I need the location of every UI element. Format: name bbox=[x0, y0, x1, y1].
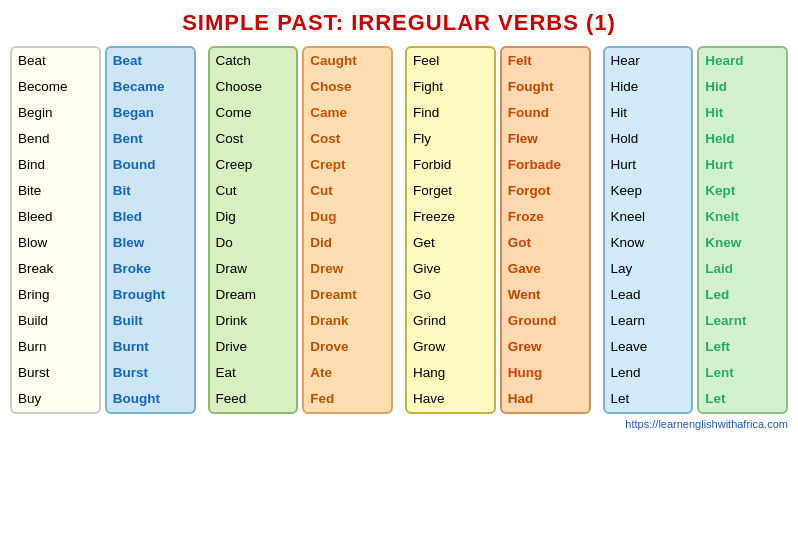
cell-base1-11: Burn bbox=[12, 334, 99, 360]
cell-base3-12: Hang bbox=[407, 360, 494, 386]
cell-past2-10: Drank bbox=[304, 308, 391, 334]
cell-base3-4: Forbid bbox=[407, 152, 494, 178]
cell-past2-3: Cost bbox=[304, 126, 391, 152]
cell-base1-6: Bleed bbox=[12, 204, 99, 230]
cell-base4-8: Lay bbox=[605, 256, 692, 282]
cell-past3-0: Felt bbox=[502, 48, 589, 74]
cell-past3-9: Went bbox=[502, 282, 589, 308]
cell-base1-13: Buy bbox=[12, 386, 99, 412]
cell-base4-4: Hurt bbox=[605, 152, 692, 178]
cell-base4-9: Lead bbox=[605, 282, 692, 308]
cell-base1-2: Begin bbox=[12, 100, 99, 126]
cell-past4-10: Learnt bbox=[699, 308, 786, 334]
cell-base2-10: Drink bbox=[210, 308, 297, 334]
cell-past1-4: Bound bbox=[107, 152, 194, 178]
cell-base2-6: Dig bbox=[210, 204, 297, 230]
cell-base4-6: Kneel bbox=[605, 204, 692, 230]
cell-past3-4: Forbade bbox=[502, 152, 589, 178]
cell-past4-6: Knelt bbox=[699, 204, 786, 230]
cell-base1-4: Bind bbox=[12, 152, 99, 178]
cell-base1-9: Bring bbox=[12, 282, 99, 308]
cell-past3-13: Had bbox=[502, 386, 589, 412]
cell-base2-0: Catch bbox=[210, 48, 297, 74]
cell-past4-4: Hurt bbox=[699, 152, 786, 178]
cell-past4-11: Left bbox=[699, 334, 786, 360]
cell-past2-2: Came bbox=[304, 100, 391, 126]
column-past2: CaughtChoseCameCostCreptCutDugDidDrewDre… bbox=[302, 46, 393, 414]
cell-base3-1: Fight bbox=[407, 74, 494, 100]
cell-past1-1: Became bbox=[107, 74, 194, 100]
cell-past2-8: Drew bbox=[304, 256, 391, 282]
cell-base1-3: Bend bbox=[12, 126, 99, 152]
cell-base2-7: Do bbox=[210, 230, 297, 256]
cell-past4-3: Held bbox=[699, 126, 786, 152]
cell-base4-11: Leave bbox=[605, 334, 692, 360]
cell-past2-0: Caught bbox=[304, 48, 391, 74]
cell-past1-9: Brought bbox=[107, 282, 194, 308]
cell-past1-12: Burst bbox=[107, 360, 194, 386]
cell-base2-8: Draw bbox=[210, 256, 297, 282]
cell-past1-5: Bit bbox=[107, 178, 194, 204]
cell-past1-7: Blew bbox=[107, 230, 194, 256]
cell-base1-0: Beat bbox=[12, 48, 99, 74]
column-past4: HeardHidHitHeldHurtKeptKneltKnewLaidLedL… bbox=[697, 46, 788, 414]
cell-base1-10: Build bbox=[12, 308, 99, 334]
cell-base4-3: Hold bbox=[605, 126, 692, 152]
cell-past1-6: Bled bbox=[107, 204, 194, 230]
cell-past2-9: Dreamt bbox=[304, 282, 391, 308]
cell-past4-7: Knew bbox=[699, 230, 786, 256]
cell-base3-6: Freeze bbox=[407, 204, 494, 230]
cell-base1-8: Break bbox=[12, 256, 99, 282]
cell-past1-13: Bought bbox=[107, 386, 194, 412]
cell-past2-11: Drove bbox=[304, 334, 391, 360]
column-base4: HearHideHitHoldHurtKeepKneelKnowLayLeadL… bbox=[603, 46, 694, 414]
cell-base2-5: Cut bbox=[210, 178, 297, 204]
cell-base3-11: Grow bbox=[407, 334, 494, 360]
column-past1: BeatBecameBeganBentBoundBitBledBlewBroke… bbox=[105, 46, 196, 414]
cell-past4-1: Hid bbox=[699, 74, 786, 100]
cell-base2-3: Cost bbox=[210, 126, 297, 152]
watermark: https://learnenglishwithafrica.com bbox=[10, 418, 788, 430]
cell-base3-7: Get bbox=[407, 230, 494, 256]
cell-base1-12: Burst bbox=[12, 360, 99, 386]
cell-base4-12: Lend bbox=[605, 360, 692, 386]
cell-base3-3: Fly bbox=[407, 126, 494, 152]
cell-past1-11: Burnt bbox=[107, 334, 194, 360]
cell-past4-13: Let bbox=[699, 386, 786, 412]
cell-past3-6: Froze bbox=[502, 204, 589, 230]
cell-past2-12: Ate bbox=[304, 360, 391, 386]
cell-past3-3: Flew bbox=[502, 126, 589, 152]
cell-past1-8: Broke bbox=[107, 256, 194, 282]
cell-past4-12: Lent bbox=[699, 360, 786, 386]
cell-past2-4: Crept bbox=[304, 152, 391, 178]
cell-past1-3: Bent bbox=[107, 126, 194, 152]
cell-base1-1: Become bbox=[12, 74, 99, 100]
cell-past3-12: Hung bbox=[502, 360, 589, 386]
cell-base2-2: Come bbox=[210, 100, 297, 126]
column-base3: FeelFightFindFlyForbidForgetFreezeGetGiv… bbox=[405, 46, 496, 414]
cell-base2-11: Drive bbox=[210, 334, 297, 360]
cell-base4-0: Hear bbox=[605, 48, 692, 74]
cell-base1-7: Blow bbox=[12, 230, 99, 256]
cell-base4-7: Know bbox=[605, 230, 692, 256]
verb-table: BeatBecomeBeginBendBindBiteBleedBlowBrea… bbox=[10, 46, 788, 414]
cell-past3-2: Found bbox=[502, 100, 589, 126]
cell-past2-1: Chose bbox=[304, 74, 391, 100]
cell-past3-11: Grew bbox=[502, 334, 589, 360]
cell-base2-13: Feed bbox=[210, 386, 297, 412]
cell-base2-9: Dream bbox=[210, 282, 297, 308]
cell-past3-1: Fought bbox=[502, 74, 589, 100]
cell-base3-8: Give bbox=[407, 256, 494, 282]
cell-past3-5: Forgot bbox=[502, 178, 589, 204]
cell-base2-12: Eat bbox=[210, 360, 297, 386]
cell-base2-1: Choose bbox=[210, 74, 297, 100]
column-past3: FeltFoughtFoundFlewForbadeForgotFrozeGot… bbox=[500, 46, 591, 414]
cell-base3-13: Have bbox=[407, 386, 494, 412]
cell-past2-7: Did bbox=[304, 230, 391, 256]
cell-base3-10: Grind bbox=[407, 308, 494, 334]
column-base1: BeatBecomeBeginBendBindBiteBleedBlowBrea… bbox=[10, 46, 101, 414]
cell-base3-2: Find bbox=[407, 100, 494, 126]
cell-past4-9: Led bbox=[699, 282, 786, 308]
cell-base3-0: Feel bbox=[407, 48, 494, 74]
cell-past3-10: Ground bbox=[502, 308, 589, 334]
